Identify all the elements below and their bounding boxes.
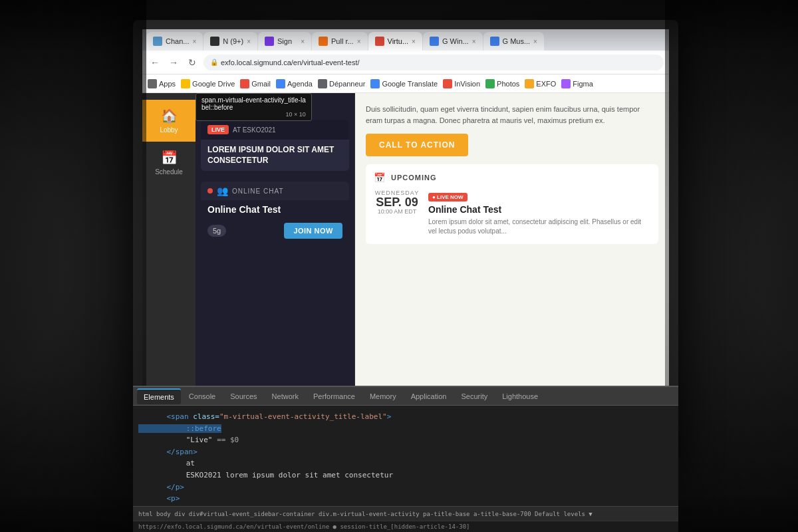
- tab-close-sign[interactable]: ×: [301, 38, 305, 45]
- devtools-tab-elements[interactable]: Elements: [137, 388, 181, 404]
- bookmark-exfo[interactable]: EXFO: [525, 79, 556, 88]
- bookmark-apps[interactable]: Apps: [148, 79, 176, 88]
- tab-notion[interactable]: N (9+) ×: [203, 32, 257, 51]
- lock-icon: 🔒: [210, 59, 218, 66]
- bookmark-figma[interactable]: Figma: [561, 79, 593, 88]
- bookmark-icon-agenda: [276, 79, 285, 88]
- bookmark-icon-apps: [148, 79, 157, 88]
- webcam-dot: [403, 24, 408, 29]
- back-button[interactable]: ←: [148, 55, 162, 70]
- tab-close-gmus[interactable]: ×: [533, 38, 537, 45]
- timer-badge: 5g: [207, 225, 226, 237]
- tab-sign[interactable]: Sign ×: [258, 32, 311, 51]
- tab-icon-gwin: [430, 37, 439, 46]
- tab-close-virtual[interactable]: ×: [412, 38, 416, 45]
- tab-pull[interactable]: Pull r... ×: [312, 32, 367, 51]
- upcoming-item: WEDNESDAY SEP. 09 10:00 AM EDT ● LIVE NO…: [374, 190, 650, 236]
- devtools-content: <span class="m-virtual-event-activity_ti…: [133, 406, 678, 506]
- bookmark-icon-gmail: [240, 79, 249, 88]
- tab-chan[interactable]: Chan... ×: [146, 32, 203, 51]
- dom-line: <span class="m-virtual-event-activity_ti…: [138, 411, 673, 423]
- bookmark-depanneur[interactable]: Dépanneur: [318, 79, 365, 88]
- dom-line-open-p: <p>: [138, 493, 673, 505]
- online-chat-label: ONLINE CHAT: [232, 188, 284, 195]
- tab-icon-virtual: [375, 37, 384, 46]
- online-chat-title: Online Chat Test: [201, 200, 349, 219]
- join-now-button[interactable]: JOIN NOW: [284, 223, 342, 239]
- bookmark-agenda[interactable]: Agenda: [276, 79, 313, 88]
- bookmark-photos[interactable]: Photos: [485, 79, 519, 88]
- devtools-tab-network[interactable]: Network: [265, 388, 305, 404]
- devtools-tab-security[interactable]: Security: [454, 388, 494, 404]
- devtools-url-bar: https://exfo.local.sigmund.ca/en/virtual…: [133, 521, 678, 532]
- tab-icon-pull: [319, 37, 328, 46]
- upcoming-header: 📅 UPCOMING: [374, 172, 650, 183]
- dom-line-before: ::before: [138, 423, 673, 435]
- address-bar: ← → ↻ 🔒 exfo.local.sigmund.ca/en/virtual…: [142, 51, 669, 74]
- call-to-action-button[interactable]: CALL TO ACTION: [366, 134, 468, 156]
- dom-line-close-p: </p>: [138, 481, 673, 493]
- tab-gwin[interactable]: G Win... ×: [423, 32, 483, 51]
- upcoming-event-title: Online Chat Test: [428, 204, 650, 215]
- dom-line-at: at: [138, 458, 673, 469]
- live-now-badge: ● LIVE NOW: [428, 193, 467, 201]
- devtools-tab-bar: Elements Console Sources Network Perform…: [133, 387, 678, 406]
- online-chat-section: 👥 ONLINE CHAT Online Chat Test 5g JOIN N…: [201, 182, 349, 245]
- devtools-tab-performance[interactable]: Performance: [307, 388, 362, 404]
- devtools-panel: Elements Console Sources Network Perform…: [133, 386, 678, 532]
- dom-line-live: "Live" == $0: [138, 434, 673, 446]
- date-time: 10:00 AM EDT: [374, 208, 420, 215]
- dom-line-esko: ESKO2021 lorem ipsum dolor sit amet cons…: [138, 469, 673, 481]
- sidebar-item-lobby[interactable]: 🏠 Lobby: [142, 100, 196, 142]
- dom-line-close-span: </span>: [138, 446, 673, 458]
- tab-close-chan[interactable]: ×: [192, 38, 196, 45]
- dom-breadcrumb: html body div div#virtual-event_sidebar-…: [138, 511, 593, 517]
- activity-card: LIVE AT ESKO2021 LOREM IPSUM DOLOR SIT A…: [201, 120, 349, 171]
- devtools-tab-lighthouse[interactable]: Lighthouse: [495, 388, 545, 404]
- tab-icon-chan: [153, 37, 162, 46]
- tab-icon-notion: [210, 37, 219, 46]
- dom-panel: <span class="m-virtual-event-activity_ti…: [133, 406, 678, 506]
- upcoming-details: ● LIVE NOW Online Chat Test Lorem ipsum …: [428, 190, 650, 236]
- bookmark-icon-photos: [485, 79, 495, 88]
- activity-event-name: AT ESKO2021: [233, 126, 276, 134]
- devtools-tab-console[interactable]: Console: [182, 388, 222, 404]
- bookmark-gdrive[interactable]: Google Drive: [181, 79, 235, 88]
- online-chat-header: 👥 ONLINE CHAT: [201, 182, 349, 200]
- bookmark-translate[interactable]: Google Translate: [370, 79, 438, 88]
- bookmark-invision[interactable]: InVision: [443, 79, 480, 88]
- online-chat-footer: 5g JOIN NOW: [201, 219, 349, 245]
- tab-bar: Chan... × N (9+) × Sign × Pull r... × Vi…: [142, 29, 669, 51]
- upcoming-event-desc: Lorem ipsum dolor sit amet, consectetur …: [428, 217, 650, 236]
- activity-card-header: LIVE AT ESKO2021: [201, 120, 349, 140]
- tab-close-pull[interactable]: ×: [357, 38, 361, 45]
- bookmark-gmail[interactable]: Gmail: [240, 79, 271, 88]
- schedule-icon: 📅: [161, 150, 178, 166]
- tab-gmus[interactable]: G Mus... ×: [483, 32, 544, 51]
- forward-button[interactable]: →: [166, 55, 181, 70]
- tab-close-notion[interactable]: ×: [247, 38, 251, 45]
- online-indicator: [207, 188, 213, 194]
- bookmarks-bar: Apps Google Drive Gmail Agenda Dépanneur…: [142, 74, 669, 93]
- sidebar-item-schedule[interactable]: 📅 Schedule: [142, 142, 196, 184]
- tab-virtual[interactable]: Virtu... ×: [368, 32, 422, 51]
- bookmark-icon-depanneur: [318, 79, 327, 88]
- home-icon: 🏠: [161, 108, 178, 124]
- date-month: SEP. 09: [374, 196, 420, 208]
- activity-title: LOREM IPSUM DOLOR SIT AMET CONSECTETUR: [201, 140, 349, 171]
- bookmark-icon-gdrive: [181, 79, 190, 88]
- bookmark-icon-invision: [443, 79, 452, 88]
- upcoming-section: 📅 UPCOMING WEDNESDAY SEP. 09 10:00 AM ED…: [366, 164, 658, 244]
- tab-close-gwin[interactable]: ×: [472, 38, 476, 45]
- refresh-button[interactable]: ↻: [185, 55, 200, 70]
- devtools-tab-application[interactable]: Application: [404, 388, 454, 404]
- description-text: Duis sollicitudin, quam eget viverra tin…: [366, 104, 658, 126]
- bookmark-icon-exfo: [525, 79, 534, 88]
- url-input[interactable]: 🔒 exfo.local.sigmund.ca/en/virtual-event…: [203, 55, 664, 70]
- calendar-icon: 📅: [374, 172, 386, 183]
- tab-icon-gmus: [490, 37, 499, 46]
- devtools-tab-sources[interactable]: Sources: [223, 388, 263, 404]
- devtools-tab-memory[interactable]: Memory: [363, 388, 403, 404]
- tab-icon-sign: [265, 37, 274, 46]
- bookmark-icon-figma: [561, 79, 571, 88]
